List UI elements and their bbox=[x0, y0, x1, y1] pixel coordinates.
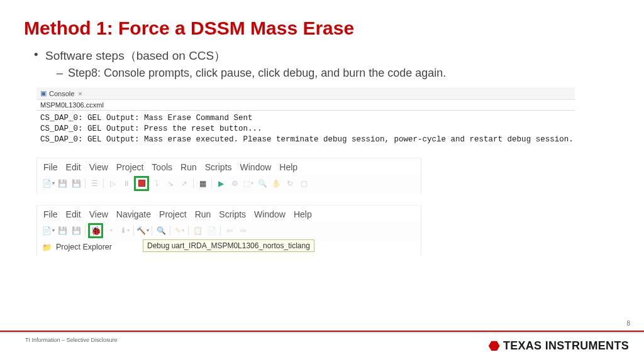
refresh-icon[interactable]: ↻ bbox=[284, 177, 296, 190]
chip-icon[interactable]: ▢ bbox=[297, 177, 310, 190]
menu-item[interactable]: Edit bbox=[66, 162, 81, 172]
menu-item[interactable]: Tools bbox=[152, 162, 172, 172]
divider-grey bbox=[0, 332, 644, 333]
menu-item[interactable]: Project bbox=[116, 162, 144, 172]
folder-icon: 📁 bbox=[42, 243, 52, 252]
debug-button-highlight[interactable]: 🐞 bbox=[88, 223, 103, 238]
slide-title: Method 1: Force a DSSM Mass Erase bbox=[0, 0, 644, 45]
menu-item[interactable]: Help bbox=[279, 162, 297, 172]
pause-icon[interactable]: ⏸ bbox=[120, 177, 133, 190]
menu-item[interactable]: Navigate bbox=[116, 209, 151, 219]
menu-item[interactable]: View bbox=[89, 209, 108, 219]
step-out-icon[interactable]: ↗ bbox=[178, 177, 191, 190]
console-panel: ▣ Console × MSPM0L1306.ccxml CS_DAP_0: G… bbox=[36, 87, 575, 149]
menu-item[interactable]: Help bbox=[294, 209, 312, 219]
flash-icon[interactable]: ⬇▾ bbox=[118, 224, 131, 237]
bullet-level-2: Step8: Console prompts, click pause, cli… bbox=[0, 65, 644, 86]
menubar-2: File Edit View Navigate Project Run Scri… bbox=[37, 206, 421, 222]
ide-block-1: File Edit View Project Tools Run Scripts… bbox=[36, 158, 421, 194]
page-number: 8 bbox=[626, 320, 630, 327]
menu-item[interactable]: Window bbox=[240, 162, 272, 172]
menu-item[interactable]: File bbox=[43, 162, 58, 172]
new-icon[interactable]: 📄▾ bbox=[42, 224, 55, 237]
step-over-icon[interactable]: ⤵ bbox=[150, 177, 163, 190]
list-icon[interactable]: ☰ bbox=[88, 177, 101, 190]
console-file: MSPM0L1306.ccxml bbox=[36, 100, 575, 111]
tool-icon[interactable]: ⚙ bbox=[228, 177, 241, 190]
console-tab-label: Console bbox=[49, 90, 74, 97]
ti-logo-icon: ⬣ bbox=[489, 338, 499, 353]
stop-button-highlight[interactable] bbox=[134, 176, 149, 191]
doc2-icon[interactable]: 📄 bbox=[205, 224, 218, 237]
save-all-icon[interactable]: 💾 bbox=[70, 177, 82, 190]
console-tab[interactable]: ▣ Console × bbox=[36, 87, 575, 100]
console-output: CS_DAP_0: GEL Output: Mass Erase Command… bbox=[36, 111, 575, 149]
new-icon[interactable]: 📄▾ bbox=[42, 177, 55, 190]
stop-icon bbox=[138, 180, 145, 187]
brand-text: TEXAS INSTRUMENTS bbox=[503, 339, 629, 353]
hammer-icon[interactable]: 🔨▾ bbox=[136, 224, 149, 237]
menu-item[interactable]: Scripts bbox=[219, 209, 246, 219]
menu-item[interactable]: Edit bbox=[66, 209, 81, 219]
close-icon[interactable]: × bbox=[78, 90, 82, 97]
hand-icon[interactable]: ✋ bbox=[270, 177, 282, 190]
fwd-icon[interactable]: ⇨ bbox=[237, 224, 250, 237]
grid-icon[interactable]: ▦ bbox=[196, 177, 209, 190]
save-icon[interactable]: 💾 bbox=[56, 224, 69, 237]
menu-item[interactable]: Run bbox=[195, 209, 211, 219]
resume-icon[interactable]: ▶ bbox=[214, 177, 227, 190]
footer-brand: ⬣ TEXAS INSTRUMENTS bbox=[489, 338, 629, 353]
divider-red bbox=[0, 331, 644, 332]
footer-classification: TI Information – Selective Disclosure bbox=[25, 337, 118, 343]
menu-item[interactable]: Project bbox=[159, 209, 187, 219]
menu-item[interactable]: Run bbox=[180, 162, 197, 172]
run-icon[interactable]: ▷ bbox=[106, 177, 119, 190]
search-icon[interactable]: 🔍 bbox=[256, 177, 269, 190]
magnify-icon[interactable]: 🔍 bbox=[155, 224, 167, 237]
toolbar-2: 📄▾ 💾 💾 🐞 ▾ ⬇▾ 🔨▾ 🔍 ✎▾ 📋 📄 ⇦ ⇨ bbox=[37, 222, 421, 241]
toolbar-1: 📄▾ 💾 💾 ☰ ▷ ⏸ ⤵ ↘ ↗ ▦ ▶ ⚙ ⬚▾ 🔍 ✋ ↻ ▢ bbox=[37, 175, 421, 194]
menu-item[interactable]: Scripts bbox=[205, 162, 232, 172]
bug-icon: 🐞 bbox=[91, 226, 101, 236]
menubar-1: File Edit View Project Tools Run Scripts… bbox=[37, 158, 421, 175]
save-icon[interactable]: 💾 bbox=[56, 177, 69, 190]
wand-icon[interactable]: ✎▾ bbox=[173, 224, 186, 237]
save-all-icon[interactable]: 💾 bbox=[70, 224, 82, 237]
bullet-level-1: Software steps（based on CCS） bbox=[0, 45, 644, 65]
debug-tooltip: Debug uart_IRDA_MSPM0L1306_nortos_ticlan… bbox=[143, 239, 314, 252]
menu-item[interactable]: View bbox=[89, 162, 108, 172]
device-icon[interactable]: ⬚▾ bbox=[242, 177, 255, 190]
doc-icon[interactable]: 📋 bbox=[191, 224, 204, 237]
console-icon: ▣ bbox=[40, 89, 47, 97]
step-into-icon[interactable]: ↘ bbox=[164, 177, 177, 190]
back-icon[interactable]: ⇦ bbox=[223, 224, 236, 237]
menu-item[interactable]: File bbox=[43, 209, 58, 219]
project-explorer-label: Project Explorer bbox=[56, 243, 112, 251]
menu-item[interactable]: Window bbox=[254, 209, 286, 219]
ide-block-2: File Edit View Navigate Project Run Scri… bbox=[36, 205, 421, 255]
